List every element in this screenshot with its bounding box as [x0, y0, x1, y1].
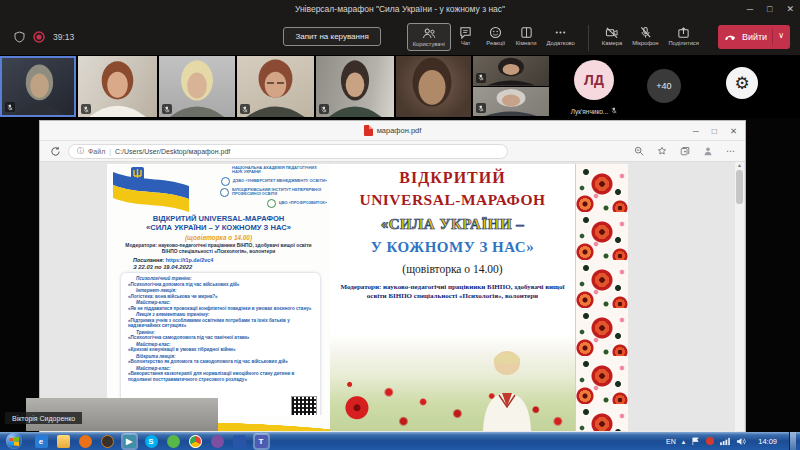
poster-schedule: (щовівторка о 14.00): [330, 263, 575, 275]
org-logo-avatar[interactable]: ⚙: [726, 67, 758, 99]
toolbar-button-reactions[interactable]: Реакції: [481, 23, 511, 49]
green-app-icon[interactable]: [167, 435, 180, 448]
save-app-icon[interactable]: [233, 435, 246, 448]
toolbar-button-participants[interactable]: Користувачі: [407, 23, 451, 51]
browser-maximize-icon[interactable]: □: [712, 126, 717, 136]
avatar-initials: ЛД: [574, 60, 614, 100]
flyer-moderators: Модератори: науково-педагогічні працівни…: [121, 243, 316, 255]
org-label: БІЛОЦЕРКІВСЬКИЙ ІНСТИТУТ НЕПЕРЕРВНОЇ ПРО…: [232, 188, 327, 197]
org-logo-row: НАЦІОНАЛЬНА АКАДЕМІЯ ПЕДАГОГІЧНИХ НАУК У…: [197, 166, 327, 175]
profile-icon[interactable]: [703, 146, 713, 156]
explorer-folder-icon[interactable]: [57, 435, 70, 448]
language-indicator[interactable]: EN: [666, 438, 676, 445]
zoom-icon[interactable]: [634, 146, 644, 156]
scrollbar-thumb[interactable]: [736, 170, 743, 204]
mic-muted-icon: [611, 107, 617, 115]
org-logo-row: БІЛОЦЕРКІВСЬКИЙ ІНСТИТУТ НЕПЕРЕРВНОЇ ПРО…: [197, 188, 327, 197]
pdf-viewer: НАЦІОНАЛЬНА АКАДЕМІЯ ПЕДАГОГІЧНИХ НАУК У…: [40, 162, 745, 431]
speaker-icon[interactable]: [736, 437, 746, 446]
org-label: НАЦІОНАЛЬНА АКАДЕМІЯ ПЕДАГОГІЧНИХ НАУК У…: [232, 166, 327, 175]
participant-video-tile[interactable]: [396, 56, 471, 117]
media-app-icon[interactable]: [79, 435, 92, 448]
teams-taskbar-icon[interactable]: T: [255, 435, 268, 448]
toolbar-button-rooms[interactable]: Кімнати: [511, 23, 542, 49]
toolbar-button-more[interactable]: Додатково: [542, 23, 580, 49]
toolbar-button-camera[interactable]: Камера: [597, 23, 627, 49]
poster-right-page: ВІДКРИТИЙ UNIVERSAL-МАРАФОН «СИЛА УКРАЇН…: [330, 164, 575, 431]
taskbar-clock[interactable]: 14:09: [752, 437, 783, 446]
show-desktop-button[interactable]: [789, 432, 796, 450]
antivirus-tray-icon[interactable]: [706, 437, 714, 445]
tree-logo-icon: [267, 199, 276, 208]
org-label: ДЗВО «УНІВЕРСИТЕТ МЕНЕДЖМЕНТУ ОСВІТИ»: [233, 179, 327, 183]
event-item: Майстер-клас:«Використання казкотерапії …: [128, 366, 315, 383]
request-control-button[interactable]: Запит на керування: [283, 27, 380, 46]
overflow-participants-badge[interactable]: +40: [647, 69, 681, 103]
browser-close-icon[interactable]: ✕: [730, 126, 737, 136]
viber-icon[interactable]: [211, 435, 224, 448]
participant-video-tile[interactable]: [78, 56, 157, 117]
network-icon[interactable]: [720, 437, 730, 446]
flyer-title-2: «СИЛА УКРАЇНИ – У КОЖНОМУ З НАС»: [107, 223, 330, 232]
gear-icon: ⚙: [734, 73, 749, 94]
participant-avatar[interactable]: ЛД Лук'янчико...: [551, 56, 637, 117]
scroll-up-icon[interactable]: ▲: [737, 162, 742, 168]
scrollbar[interactable]: ▲: [735, 162, 744, 431]
participant-video-tile[interactable]: [316, 56, 394, 117]
participant-video-tile[interactable]: [0, 56, 76, 117]
favorites-star-icon[interactable]: [657, 146, 667, 156]
info-icon[interactable]: ⓘ: [77, 146, 84, 156]
org-logo-row: ЦВО «ПРОФРОЗВИТОК»: [197, 199, 327, 208]
poster-moderators: Модератори: науково-педагогічні працівни…: [338, 283, 567, 302]
participant-silhouette: [396, 56, 471, 117]
internet-explorer-icon[interactable]: e: [35, 435, 48, 448]
participant-name-label: Лук'янчико...: [571, 108, 609, 115]
ukraine-flag-ribbon: [109, 166, 193, 218]
rooms-icon: [520, 26, 533, 39]
poster-title-line4: У КОЖНОМУ З НАС»: [330, 239, 575, 256]
tray-expand-icon[interactable]: ▴: [682, 438, 686, 445]
action-center-flag-icon[interactable]: [691, 437, 700, 446]
browser-address-row: ⓘ Файл | C:/Users/User/Desktop/марафон.p…: [40, 141, 745, 162]
maximize-icon[interactable]: □: [767, 5, 772, 14]
presenter-name-label: Вікторія Сидоренко: [5, 412, 82, 424]
browser-window: марафон.pdf ─ □ ✕ ⓘ Файл | C:/Users/User…: [40, 121, 745, 432]
window-titlebar: Універсал-марафон "Сила України - у кожн…: [0, 0, 800, 18]
dark-app-icon[interactable]: [101, 435, 114, 448]
chrome-icon[interactable]: [189, 435, 202, 448]
browser-more-icon[interactable]: ⋯: [726, 146, 735, 156]
toolbar-divider: [588, 25, 589, 51]
leave-button[interactable]: Вийти ∨: [718, 25, 790, 49]
pdf-file-icon: [364, 125, 373, 136]
video-app-icon[interactable]: ▶: [123, 435, 136, 448]
participant-video-tile[interactable]: [237, 56, 314, 117]
chevron-down-icon[interactable]: ∨: [778, 32, 784, 40]
participant-video-tile[interactable]: [159, 56, 235, 117]
poster-title-line3: «СИЛА УКРАЇНИ –: [330, 216, 575, 233]
event-item: Психологічний тренінг:«Психологічна допо…: [128, 276, 315, 287]
participant-video-tile[interactable]: [473, 87, 549, 117]
address-bar[interactable]: ⓘ Файл | C:/Users/User/Desktop/марафон.p…: [68, 144, 508, 159]
toolbar-button-mic[interactable]: Мікрофон: [627, 23, 663, 49]
org-label: ЦВО «ПРОФРОЗВИТОК»: [279, 201, 327, 205]
minimize-icon[interactable]: ─: [747, 5, 753, 14]
toolbar-button-chat[interactable]: Чат: [451, 23, 481, 49]
security-shield-icon: [14, 31, 25, 43]
toolbar-button-share[interactable]: Поділитися: [663, 23, 704, 49]
mic-muted-badge-icon: [476, 103, 486, 113]
address-url: C:/Users/User/Desktop/марафон.pdf: [115, 148, 230, 155]
poster-title-line1: ВІДКРИТИЙ: [330, 169, 575, 187]
browser-minimize-icon[interactable]: ─: [693, 126, 699, 136]
refresh-icon[interactable]: [50, 146, 61, 157]
mic-muted-badge-icon: [5, 102, 15, 112]
window-title: Універсал-марафон "Сила України - у кожн…: [295, 4, 505, 14]
skype-icon[interactable]: S: [145, 435, 158, 448]
meeting-timer: 39:13: [53, 32, 74, 42]
close-icon[interactable]: ✕: [786, 5, 794, 14]
collections-icon[interactable]: [680, 146, 690, 156]
start-button[interactable]: [6, 433, 22, 449]
participant-video-tile[interactable]: [473, 56, 549, 86]
browser-tab-title[interactable]: марафон.pdf: [377, 126, 422, 135]
poster-left-page: НАЦІОНАЛЬНА АКАДЕМІЯ ПЕДАГОГІЧНИХ НАУК У…: [107, 164, 330, 431]
event-item: Тренінг:«Психологічна самодопомога під ч…: [128, 330, 315, 341]
